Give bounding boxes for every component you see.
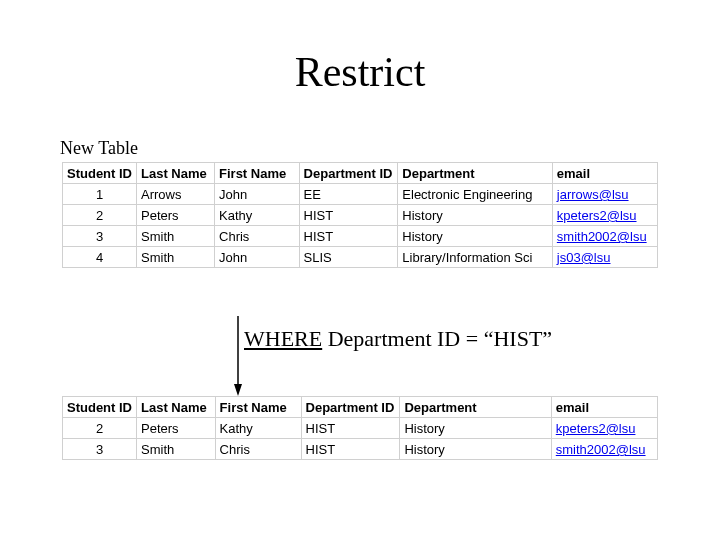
col-department: Department: [398, 163, 553, 184]
cell-email: kpeters2@lsu: [552, 205, 657, 226]
table-header-row: Student ID Last Name First Name Departme…: [63, 397, 658, 418]
col-dept-id: Department ID: [299, 163, 398, 184]
source-table: Student ID Last Name First Name Departme…: [62, 162, 658, 268]
col-first-name: First Name: [215, 397, 301, 418]
cell-id: 2: [63, 418, 137, 439]
cell-email: js03@lsu: [552, 247, 657, 268]
cell-id: 3: [63, 439, 137, 460]
subtitle-new-table: New Table: [60, 138, 138, 159]
where-condition: Department ID = “HIST”: [322, 326, 552, 351]
table-row: 4 Smith John SLIS Library/Information Sc…: [63, 247, 658, 268]
email-link[interactable]: smith2002@lsu: [557, 229, 647, 244]
cell-dep: History: [398, 226, 553, 247]
page-title: Restrict: [0, 48, 720, 96]
col-student-id: Student ID: [63, 397, 137, 418]
cell-last: Smith: [137, 247, 215, 268]
slide: Restrict New Table Student ID Last Name …: [0, 0, 720, 540]
cell-did: HIST: [301, 418, 400, 439]
cell-dep: Electronic Engineering: [398, 184, 553, 205]
cell-dep: History: [400, 418, 551, 439]
cell-id: 1: [63, 184, 137, 205]
cell-did: HIST: [299, 205, 398, 226]
svg-marker-1: [234, 384, 242, 396]
cell-first: Kathy: [215, 418, 301, 439]
cell-dep: History: [398, 205, 553, 226]
cell-email: smith2002@lsu: [551, 439, 657, 460]
col-email: email: [551, 397, 657, 418]
cell-did: EE: [299, 184, 398, 205]
cell-first: John: [215, 184, 300, 205]
col-student-id: Student ID: [63, 163, 137, 184]
cell-email: jarrows@lsu: [552, 184, 657, 205]
col-last-name: Last Name: [137, 397, 216, 418]
table-row: 2 Peters Kathy HIST History kpeters2@lsu: [63, 418, 658, 439]
email-link[interactable]: kpeters2@lsu: [556, 421, 636, 436]
col-department: Department: [400, 397, 551, 418]
cell-id: 4: [63, 247, 137, 268]
cell-did: HIST: [301, 439, 400, 460]
table-row: 2 Peters Kathy HIST History kpeters2@lsu: [63, 205, 658, 226]
source-table-grid: Student ID Last Name First Name Departme…: [62, 162, 658, 268]
table-row: 3 Smith Chris HIST History smith2002@lsu: [63, 226, 658, 247]
col-email: email: [552, 163, 657, 184]
col-first-name: First Name: [215, 163, 300, 184]
where-keyword: WHERE: [244, 326, 322, 351]
email-link[interactable]: kpeters2@lsu: [557, 208, 637, 223]
cell-dep: Library/Information Sci: [398, 247, 553, 268]
result-table-grid: Student ID Last Name First Name Departme…: [62, 396, 658, 460]
cell-did: HIST: [299, 226, 398, 247]
cell-first: John: [215, 247, 300, 268]
where-clause: WHERE Department ID = “HIST”: [244, 326, 552, 352]
cell-first: Kathy: [215, 205, 300, 226]
table-row: 3 Smith Chris HIST History smith2002@lsu: [63, 439, 658, 460]
email-link[interactable]: js03@lsu: [557, 250, 611, 265]
cell-dep: History: [400, 439, 551, 460]
table-row: 1 Arrows John EE Electronic Engineering …: [63, 184, 658, 205]
email-link[interactable]: jarrows@lsu: [557, 187, 629, 202]
cell-first: Chris: [215, 439, 301, 460]
cell-did: SLIS: [299, 247, 398, 268]
cell-email: smith2002@lsu: [552, 226, 657, 247]
cell-email: kpeters2@lsu: [551, 418, 657, 439]
cell-last: Arrows: [137, 184, 215, 205]
cell-id: 2: [63, 205, 137, 226]
result-table: Student ID Last Name First Name Departme…: [62, 396, 658, 460]
email-link[interactable]: smith2002@lsu: [556, 442, 646, 457]
cell-last: Smith: [137, 226, 215, 247]
cell-last: Peters: [137, 205, 215, 226]
col-dept-id: Department ID: [301, 397, 400, 418]
cell-id: 3: [63, 226, 137, 247]
col-last-name: Last Name: [137, 163, 215, 184]
cell-first: Chris: [215, 226, 300, 247]
cell-last: Peters: [137, 418, 216, 439]
cell-last: Smith: [137, 439, 216, 460]
table-header-row: Student ID Last Name First Name Departme…: [63, 163, 658, 184]
